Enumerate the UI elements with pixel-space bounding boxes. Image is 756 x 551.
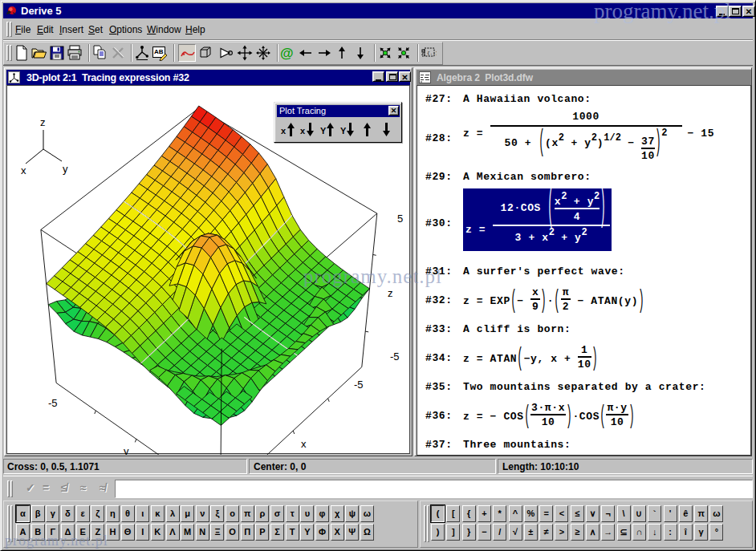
svg-text:-5: -5: [354, 379, 364, 391]
svg-text:5: 5: [397, 213, 403, 225]
svg-text:z: z: [388, 287, 393, 299]
svg-text:-5: -5: [48, 397, 58, 409]
svg-text:AB: AB: [154, 48, 164, 55]
svg-text:@: @: [280, 46, 294, 61]
svg-text:-5: -5: [390, 350, 400, 363]
svg-text:y: y: [124, 445, 129, 455]
svg-text:x: x: [21, 164, 26, 176]
svg-text:z: z: [40, 116, 46, 128]
svg-text:{..}: {..}: [427, 51, 437, 56]
svg-text:y: y: [63, 163, 68, 175]
svg-text:x: x: [301, 438, 307, 450]
